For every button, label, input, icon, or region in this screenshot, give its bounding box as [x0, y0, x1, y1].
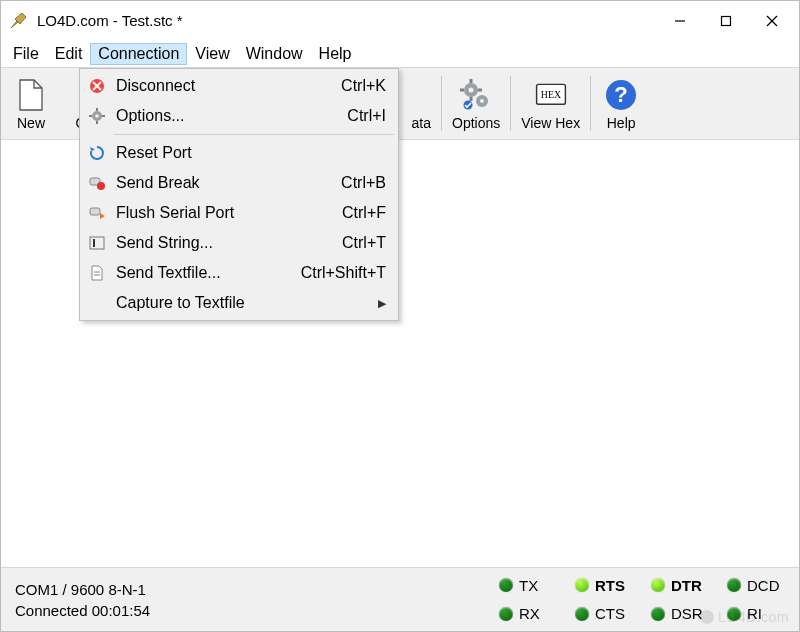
- hex-icon: HEX: [533, 77, 569, 113]
- menuitem-capture-textfile[interactable]: Capture to Textfile ▶: [82, 288, 396, 318]
- minimize-button[interactable]: [657, 5, 703, 37]
- status-conn-line: Connected 00:01:54: [15, 602, 499, 619]
- menuitem-reset-port[interactable]: Reset Port: [82, 138, 396, 168]
- app-icon: [9, 11, 29, 31]
- led-dsr: DSR: [651, 605, 709, 622]
- led-dtr[interactable]: DTR: [651, 577, 709, 594]
- led-label: DCD: [747, 577, 780, 594]
- toolbar-label: View Hex: [521, 115, 580, 131]
- toolbar-separator: [590, 76, 591, 131]
- led-dcd: DCD: [727, 577, 785, 594]
- sendtextfile-icon: [88, 264, 106, 282]
- gear-icon: [458, 77, 494, 113]
- toolbar-label: Options: [452, 115, 500, 131]
- disconnect-icon: [88, 77, 106, 95]
- menuitem-label: Disconnect: [116, 77, 329, 95]
- menubar: File Edit Connection View Window Help: [1, 41, 799, 67]
- window-title: LO4D.com - Test.stc *: [37, 12, 657, 29]
- toolbar-options[interactable]: Options: [446, 70, 506, 137]
- led-label: CTS: [595, 605, 625, 622]
- svg-rect-1: [722, 16, 731, 25]
- toolbar-new[interactable]: New: [5, 70, 57, 137]
- sendstring-icon: [88, 234, 106, 252]
- close-button[interactable]: [749, 5, 795, 37]
- menuitem-label: Capture to Textfile: [116, 294, 370, 312]
- led-icon: [575, 578, 589, 592]
- led-label: RI: [747, 605, 762, 622]
- svg-point-5: [469, 88, 474, 93]
- led-icon: [499, 578, 513, 592]
- led-cts: CTS: [575, 605, 633, 622]
- menu-separator: [114, 134, 394, 135]
- help-icon: ?: [603, 77, 639, 113]
- led-ri: RI: [727, 605, 785, 622]
- status-port-line: COM1 / 9600 8-N-1: [15, 581, 499, 598]
- menu-edit[interactable]: Edit: [47, 43, 91, 65]
- svg-text:?: ?: [614, 82, 627, 107]
- toolbar-label: New: [17, 115, 45, 131]
- led-label: DSR: [671, 605, 703, 622]
- led-icon: [727, 607, 741, 621]
- menuitem-options[interactable]: Options... Ctrl+I: [82, 101, 396, 131]
- led-icon: [651, 578, 665, 592]
- window-controls: [657, 5, 795, 37]
- menuitem-label: Send Break: [116, 174, 329, 192]
- menu-window[interactable]: Window: [238, 43, 311, 65]
- menu-file[interactable]: File: [5, 43, 47, 65]
- led-label: RTS: [595, 577, 625, 594]
- menuitem-shortcut: Ctrl+B: [341, 174, 386, 192]
- svg-point-27: [97, 182, 105, 190]
- toolbar-separator: [441, 76, 442, 131]
- menuitem-label: Reset Port: [116, 144, 374, 162]
- toolbar-separator: [510, 76, 511, 131]
- chevron-right-icon: ▶: [378, 297, 386, 310]
- menu-help[interactable]: Help: [311, 43, 360, 65]
- led-label: RX: [519, 605, 540, 622]
- menuitem-disconnect[interactable]: Disconnect Ctrl+K: [82, 71, 396, 101]
- led-icon: [575, 607, 589, 621]
- menuitem-send-textfile[interactable]: Send Textfile... Ctrl+Shift+T: [82, 258, 396, 288]
- svg-point-21: [95, 114, 99, 118]
- menuitem-label: Flush Serial Port: [116, 204, 330, 222]
- menuitem-send-string[interactable]: Send String... Ctrl+T: [82, 228, 396, 258]
- menu-connection[interactable]: Connection: [90, 43, 187, 65]
- statusbar: COM1 / 9600 8-N-1 Connected 00:01:54 TX …: [1, 567, 799, 631]
- menuitem-flush-port[interactable]: Flush Serial Port Ctrl+F: [82, 198, 396, 228]
- titlebar: LO4D.com - Test.stc *: [1, 1, 799, 41]
- led-label: DTR: [671, 577, 702, 594]
- menuitem-label: Options...: [116, 107, 335, 125]
- menu-view[interactable]: View: [187, 43, 237, 65]
- svg-point-11: [480, 99, 484, 103]
- menuitem-shortcut: Ctrl+I: [347, 107, 386, 125]
- led-rts[interactable]: RTS: [575, 577, 633, 594]
- toolbar-senddata-partial[interactable]: ata: [405, 70, 437, 137]
- led-icon: [727, 578, 741, 592]
- menuitem-shortcut: Ctrl+T: [342, 234, 386, 252]
- svg-rect-28: [90, 208, 100, 215]
- status-leds: TX RTS DTR DCD RX CTS DSR RI: [499, 574, 791, 625]
- led-icon: [499, 607, 513, 621]
- toolbar-label: ata: [412, 115, 431, 131]
- options-icon: [88, 107, 106, 125]
- led-rx: RX: [499, 605, 557, 622]
- menuitem-shortcut: Ctrl+K: [341, 77, 386, 95]
- svg-rect-29: [90, 237, 104, 249]
- menuitem-label: Send String...: [116, 234, 330, 252]
- connection-dropdown: Disconnect Ctrl+K Options... Ctrl+I Rese…: [79, 68, 399, 321]
- led-icon: [651, 607, 665, 621]
- toolbar-label: Help: [607, 115, 636, 131]
- menuitem-send-break[interactable]: Send Break Ctrl+B: [82, 168, 396, 198]
- status-left: COM1 / 9600 8-N-1 Connected 00:01:54: [9, 574, 499, 625]
- reset-icon: [88, 144, 106, 162]
- new-file-icon: [13, 77, 49, 113]
- led-tx: TX: [499, 577, 557, 594]
- led-label: TX: [519, 577, 538, 594]
- maximize-button[interactable]: [703, 5, 749, 37]
- flush-icon: [88, 204, 106, 222]
- toolbar-help[interactable]: ? Help: [595, 70, 647, 137]
- sendbreak-icon: [88, 174, 106, 192]
- menuitem-shortcut: Ctrl+Shift+T: [301, 264, 386, 282]
- menuitem-shortcut: Ctrl+F: [342, 204, 386, 222]
- toolbar-viewhex[interactable]: HEX View Hex: [515, 70, 586, 137]
- svg-text:HEX: HEX: [541, 89, 561, 100]
